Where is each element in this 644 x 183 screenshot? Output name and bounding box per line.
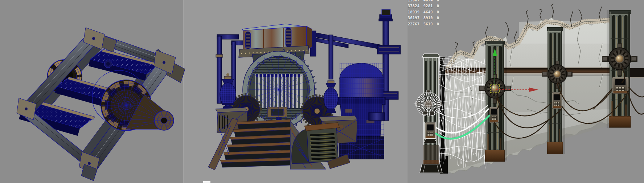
stats-row: 22767 5619 0 bbox=[408, 21, 442, 27]
stats-value: 8910 bbox=[423, 15, 437, 21]
stats-value: 22767 bbox=[408, 21, 423, 27]
stats-row: 18939 4649 0 bbox=[408, 9, 442, 15]
keypad-device-wireframe[interactable] bbox=[425, 122, 436, 139]
stats-row: 37824 9281 0 bbox=[408, 3, 442, 9]
viewport-seam-left bbox=[183, 0, 184, 183]
composite-artifact bbox=[203, 181, 210, 183]
stats-value: 18939 bbox=[408, 9, 423, 15]
stats-value: 0 bbox=[437, 15, 442, 21]
render-canvas[interactable] bbox=[0, 0, 644, 183]
stats-value: 4674 bbox=[423, 0, 437, 3]
stats-value: 37824 bbox=[408, 3, 423, 9]
stats-value: 36197 bbox=[408, 15, 423, 21]
stats-value: 4649 bbox=[423, 9, 437, 15]
stats-value: 19067 bbox=[408, 0, 423, 3]
polygon-stats-overlay: 19067 4674 0 37824 9281 0 18939 4649 0 3… bbox=[408, 0, 442, 27]
stats-value: 0 bbox=[437, 21, 442, 27]
stats-value: 0 bbox=[437, 3, 442, 9]
stats-value: 0 bbox=[437, 0, 442, 3]
stats-value: 0 bbox=[437, 9, 442, 15]
stats-row: 19067 4674 0 bbox=[408, 0, 442, 3]
viewport-composite: 19067 4674 0 37824 9281 0 18939 4649 0 3… bbox=[0, 0, 644, 183]
keypad-device-2[interactable] bbox=[552, 92, 562, 109]
stats-value: 5619 bbox=[423, 21, 437, 27]
keypad-device-3[interactable] bbox=[612, 77, 629, 94]
stats-value: 9281 bbox=[423, 3, 437, 9]
viewport-seam-right bbox=[407, 0, 407, 183]
stats-row: 36197 8910 0 bbox=[408, 15, 442, 21]
machine-tank bbox=[337, 63, 385, 159]
